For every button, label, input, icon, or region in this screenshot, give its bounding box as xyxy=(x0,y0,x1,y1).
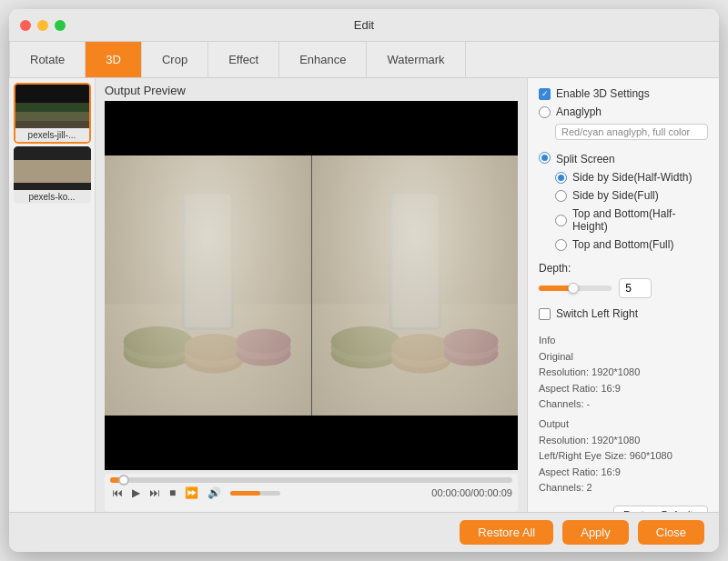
minimize-window-button[interactable] xyxy=(37,20,48,31)
svg-point-10 xyxy=(124,333,193,363)
svg-rect-21 xyxy=(392,195,437,326)
enable-3d-row[interactable]: Enable 3D Settings xyxy=(539,87,708,100)
switch-lr-checkbox[interactable] xyxy=(539,308,551,320)
svg-point-27 xyxy=(391,334,450,361)
svg-rect-5 xyxy=(105,155,311,416)
stop-button[interactable]: ■ xyxy=(167,486,177,499)
video-half-left xyxy=(105,155,312,416)
svg-point-23 xyxy=(330,333,399,363)
split-screen-radio[interactable] xyxy=(539,152,551,164)
info-section: Info Original Resolution: 1920*1080 Aspe… xyxy=(539,333,708,496)
enable-3d-label: Enable 3D Settings xyxy=(556,87,650,100)
restore-all-button[interactable]: Restore All xyxy=(460,520,553,545)
depth-slider-thumb xyxy=(568,283,579,294)
svg-point-25 xyxy=(391,346,450,374)
close-window-button[interactable] xyxy=(20,20,31,31)
sidebar: pexels-jill-... pexels-ko... xyxy=(9,78,96,512)
sidebar-thumb-svg-0 xyxy=(15,85,91,128)
depth-row xyxy=(539,278,708,298)
anaglyph-dropdown[interactable]: Red/cyan anaglyph, full color xyxy=(555,124,708,140)
skip-forward-button[interactable]: ⏭ xyxy=(147,486,162,499)
depth-slider[interactable] xyxy=(539,286,612,291)
side-by-side-full-row[interactable]: Side by Side(Full) xyxy=(555,189,708,202)
volume-fill xyxy=(230,491,260,496)
svg-rect-2 xyxy=(15,112,91,128)
playback-controls: ⏮ ▶ ⏭ ■ ⏩ 🔊 00:00:00/00:00:09 xyxy=(105,474,518,512)
svg-rect-20 xyxy=(390,193,440,329)
sidebar-item-0[interactable]: pexels-jill-... xyxy=(14,83,91,144)
enable-3d-checkbox[interactable] xyxy=(539,88,551,100)
anaglyph-label: Anaglyph xyxy=(556,105,602,118)
tabs-bar: Rotate 3D Crop Effect Enhance Watermark xyxy=(9,42,719,78)
svg-point-14 xyxy=(184,334,243,361)
window-title: Edit xyxy=(354,18,374,32)
svg-rect-19 xyxy=(312,304,519,416)
svg-rect-18 xyxy=(312,155,519,416)
top-bottom-half-row[interactable]: Top and Bottom(Half-Height) xyxy=(555,207,708,233)
video-half-right xyxy=(312,155,519,416)
apply-button[interactable]: Apply xyxy=(562,520,629,545)
switch-lr-label: Switch Left Right xyxy=(556,307,638,320)
tab-watermark[interactable]: Watermark xyxy=(367,42,465,77)
maximize-window-button[interactable] xyxy=(55,20,66,31)
svg-point-29 xyxy=(443,335,498,359)
svg-rect-6 xyxy=(105,304,311,416)
tab-enhance[interactable]: Enhance xyxy=(279,42,367,77)
depth-input[interactable] xyxy=(619,278,652,298)
tab-3d[interactable]: 3D xyxy=(86,42,142,77)
anaglyph-radio[interactable] xyxy=(539,106,551,118)
svg-rect-4 xyxy=(14,160,91,183)
channels-out: Channels: 2 xyxy=(539,480,708,496)
tab-rotate[interactable]: Rotate xyxy=(9,42,86,77)
side-by-side-full-radio[interactable] xyxy=(555,190,567,202)
svg-rect-7 xyxy=(183,193,232,329)
side-by-side-full-label: Side by Side(Full) xyxy=(572,189,659,202)
top-bottom-half-label: Top and Bottom(Half-Height) xyxy=(572,207,708,233)
tab-crop[interactable]: Crop xyxy=(142,42,208,77)
svg-point-15 xyxy=(237,341,291,366)
top-bottom-full-row[interactable]: Top and Bottom(Full) xyxy=(555,238,708,251)
original-label: Original xyxy=(539,349,708,366)
skip-back-button[interactable]: ⏮ xyxy=(110,486,125,499)
restore-defaults-row: Restore Defaults xyxy=(539,506,708,512)
video-black-top xyxy=(105,101,518,155)
sidebar-thumb-1 xyxy=(14,146,91,190)
top-bottom-full-radio[interactable] xyxy=(555,239,567,251)
tab-effect[interactable]: Effect xyxy=(208,42,279,77)
aspect-orig: Aspect Ratio: 16:9 xyxy=(539,381,708,397)
side-by-side-half-radio[interactable] xyxy=(555,172,567,184)
switch-lr-row[interactable]: Switch Left Right xyxy=(539,307,708,320)
seek-thumb xyxy=(118,475,129,486)
title-bar: Edit xyxy=(9,9,719,42)
seek-bar[interactable] xyxy=(110,477,512,483)
sidebar-item-1[interactable]: pexels-ko... xyxy=(14,146,91,204)
time-display: 00:00:00/00:00:09 xyxy=(431,487,512,498)
next-frame-button[interactable]: ⏩ xyxy=(183,486,200,499)
svg-point-11 xyxy=(124,326,193,356)
controls-row: ⏮ ▶ ⏭ ■ ⏩ 🔊 00:00:00/00:00:09 xyxy=(110,486,512,499)
main-window: Edit Rotate 3D Crop Effect Enhance Water… xyxy=(9,9,719,552)
svg-point-9 xyxy=(124,339,193,369)
sidebar-label-1: pexels-ko... xyxy=(14,190,91,204)
video-black-bottom xyxy=(105,416,518,470)
split-screen-label: Split Screen xyxy=(556,153,615,165)
sidebar-thumb-svg-1 xyxy=(14,146,91,190)
output-label: Output xyxy=(539,416,708,433)
close-button[interactable]: Close xyxy=(638,520,704,545)
volume-bar[interactable] xyxy=(230,491,280,496)
play-button[interactable]: ▶ xyxy=(130,486,142,499)
svg-point-28 xyxy=(443,341,498,366)
svg-point-12 xyxy=(184,346,243,374)
anaglyph-dropdown-row: Red/cyan anaglyph, full color xyxy=(555,124,708,140)
split-screen-row[interactable]: Split Screen xyxy=(539,149,708,165)
anaglyph-row[interactable]: Anaglyph xyxy=(539,105,708,118)
side-by-side-half-row[interactable]: Side by Side(Half-Width) xyxy=(555,171,708,184)
restore-defaults-button[interactable]: Restore Defaults xyxy=(613,506,708,512)
channels-orig: Channels: - xyxy=(539,396,708,413)
depth-label: Depth: xyxy=(539,262,571,275)
top-bottom-half-radio[interactable] xyxy=(555,215,567,226)
volume-icon[interactable]: 🔊 xyxy=(206,486,223,499)
resolution-out: Resolution: 1920*1080 xyxy=(539,433,708,449)
sidebar-label-0: pexels-jill-... xyxy=(15,128,89,142)
svg-point-17 xyxy=(237,329,291,354)
